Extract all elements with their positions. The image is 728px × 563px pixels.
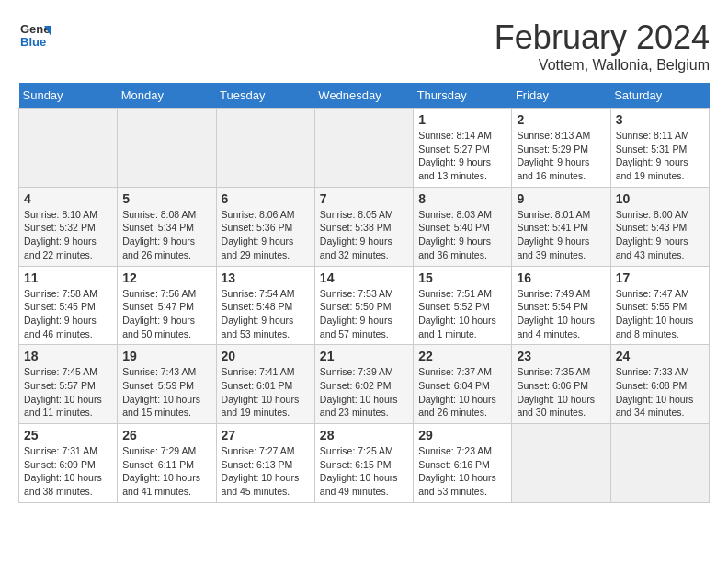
day-number: 7 — [320, 191, 408, 206]
calendar-cell — [216, 109, 314, 188]
calendar-cell: 18Sunrise: 7:45 AMSunset: 5:57 PMDayligh… — [19, 345, 118, 424]
day-info: Sunrise: 7:29 AMSunset: 6:11 PMDaylight:… — [122, 444, 210, 499]
day-number: 22 — [418, 349, 506, 363]
calendar-cell: 4Sunrise: 8:10 AMSunset: 5:32 PMDaylight… — [19, 187, 118, 266]
day-info: Sunrise: 8:11 AMSunset: 5:31 PMDaylight:… — [616, 129, 704, 183]
weekday-header-wednesday: Wednesday — [314, 83, 413, 109]
week-row-1: 1Sunrise: 8:14 AMSunset: 5:27 PMDaylight… — [19, 109, 710, 188]
logo: General Blue — [18, 18, 51, 52]
calendar-cell: 17Sunrise: 7:47 AMSunset: 5:55 PMDayligh… — [610, 266, 709, 345]
day-info: Sunrise: 7:56 AMSunset: 5:47 PMDaylight:… — [122, 287, 210, 341]
calendar-cell — [610, 424, 709, 503]
calendar-cell: 23Sunrise: 7:35 AMSunset: 6:06 PMDayligh… — [512, 345, 610, 424]
day-number: 27 — [222, 428, 310, 442]
calendar-cell: 16Sunrise: 7:49 AMSunset: 5:54 PMDayligh… — [512, 266, 610, 345]
day-info: Sunrise: 8:10 AMSunset: 5:32 PMDaylight:… — [24, 208, 112, 262]
day-info: Sunrise: 7:37 AMSunset: 6:04 PMDaylight:… — [418, 365, 506, 419]
calendar-cell: 21Sunrise: 7:39 AMSunset: 6:02 PMDayligh… — [314, 345, 413, 424]
weekday-header-row: SundayMondayTuesdayWednesdayThursdayFrid… — [19, 83, 710, 109]
calendar-cell: 20Sunrise: 7:41 AMSunset: 6:01 PMDayligh… — [216, 345, 314, 424]
day-number: 19 — [122, 349, 210, 363]
calendar-cell: 13Sunrise: 7:54 AMSunset: 5:48 PMDayligh… — [216, 266, 314, 345]
calendar-cell: 6Sunrise: 8:06 AMSunset: 5:36 PMDaylight… — [216, 187, 314, 266]
day-number: 15 — [418, 270, 506, 285]
day-number: 12 — [122, 270, 210, 285]
calendar-cell: 10Sunrise: 8:00 AMSunset: 5:43 PMDayligh… — [610, 187, 709, 266]
day-number: 14 — [320, 270, 408, 285]
calendar-cell — [19, 109, 118, 188]
calendar-table: SundayMondayTuesdayWednesdayThursdayFrid… — [18, 83, 710, 503]
logo-icon: General Blue — [18, 18, 51, 52]
weekday-header-saturday: Saturday — [610, 83, 709, 109]
day-info: Sunrise: 7:53 AMSunset: 5:50 PMDaylight:… — [320, 287, 408, 341]
weekday-header-sunday: Sunday — [19, 83, 118, 109]
calendar-cell: 15Sunrise: 7:51 AMSunset: 5:52 PMDayligh… — [414, 266, 512, 345]
calendar-cell: 24Sunrise: 7:33 AMSunset: 6:08 PMDayligh… — [610, 345, 709, 424]
day-info: Sunrise: 7:47 AMSunset: 5:55 PMDaylight:… — [616, 287, 704, 341]
day-info: Sunrise: 8:13 AMSunset: 5:29 PMDaylight:… — [517, 129, 605, 183]
calendar-cell: 26Sunrise: 7:29 AMSunset: 6:11 PMDayligh… — [118, 424, 216, 503]
calendar-cell: 2Sunrise: 8:13 AMSunset: 5:29 PMDaylight… — [512, 109, 610, 188]
weekday-header-thursday: Thursday — [414, 83, 512, 109]
day-info: Sunrise: 7:45 AMSunset: 5:57 PMDaylight:… — [24, 365, 112, 419]
day-info: Sunrise: 7:41 AMSunset: 6:01 PMDaylight:… — [222, 365, 310, 419]
calendar-cell: 3Sunrise: 8:11 AMSunset: 5:31 PMDaylight… — [610, 109, 709, 188]
calendar-cell: 5Sunrise: 8:08 AMSunset: 5:34 PMDaylight… — [118, 187, 216, 266]
svg-text:Blue: Blue — [20, 35, 46, 49]
day-number: 20 — [222, 349, 310, 363]
day-number: 1 — [418, 112, 506, 127]
calendar-cell: 27Sunrise: 7:27 AMSunset: 6:13 PMDayligh… — [216, 424, 314, 503]
day-info: Sunrise: 7:27 AMSunset: 6:13 PMDaylight:… — [222, 444, 310, 499]
weekday-header-monday: Monday — [118, 83, 216, 109]
calendar-cell — [512, 424, 610, 503]
day-number: 18 — [24, 349, 112, 363]
page-header: General Blue February 2024 Vottem, Wallo… — [18, 18, 710, 74]
day-info: Sunrise: 7:54 AMSunset: 5:48 PMDaylight:… — [222, 287, 310, 341]
day-number: 17 — [616, 270, 704, 285]
day-number: 11 — [24, 270, 112, 285]
day-number: 5 — [122, 191, 210, 206]
calendar-cell: 29Sunrise: 7:23 AMSunset: 6:16 PMDayligh… — [414, 424, 512, 503]
calendar-cell: 1Sunrise: 8:14 AMSunset: 5:27 PMDaylight… — [414, 109, 512, 188]
location-subtitle: Vottem, Wallonia, Belgium — [495, 57, 710, 74]
day-number: 6 — [222, 191, 310, 206]
day-number: 25 — [24, 428, 112, 442]
day-info: Sunrise: 8:05 AMSunset: 5:38 PMDaylight:… — [320, 208, 408, 262]
calendar-cell: 28Sunrise: 7:25 AMSunset: 6:15 PMDayligh… — [314, 424, 413, 503]
day-number: 4 — [24, 191, 112, 206]
day-number: 2 — [517, 112, 605, 127]
day-number: 26 — [122, 428, 210, 442]
calendar-cell: 12Sunrise: 7:56 AMSunset: 5:47 PMDayligh… — [118, 266, 216, 345]
calendar-cell: 8Sunrise: 8:03 AMSunset: 5:40 PMDaylight… — [414, 187, 512, 266]
weekday-header-friday: Friday — [512, 83, 610, 109]
title-area: February 2024 Vottem, Wallonia, Belgium — [495, 18, 710, 74]
weekday-header-tuesday: Tuesday — [216, 83, 314, 109]
day-info: Sunrise: 8:01 AMSunset: 5:41 PMDaylight:… — [517, 208, 605, 262]
calendar-cell: 22Sunrise: 7:37 AMSunset: 6:04 PMDayligh… — [414, 345, 512, 424]
day-info: Sunrise: 8:08 AMSunset: 5:34 PMDaylight:… — [122, 208, 210, 262]
week-row-2: 4Sunrise: 8:10 AMSunset: 5:32 PMDaylight… — [19, 187, 710, 266]
day-info: Sunrise: 7:31 AMSunset: 6:09 PMDaylight:… — [24, 444, 112, 499]
month-title: February 2024 — [495, 18, 710, 57]
calendar-cell: 7Sunrise: 8:05 AMSunset: 5:38 PMDaylight… — [314, 187, 413, 266]
day-info: Sunrise: 7:35 AMSunset: 6:06 PMDaylight:… — [517, 365, 605, 419]
day-info: Sunrise: 7:23 AMSunset: 6:16 PMDaylight:… — [418, 444, 506, 499]
calendar-cell: 19Sunrise: 7:43 AMSunset: 5:59 PMDayligh… — [118, 345, 216, 424]
day-number: 3 — [616, 112, 704, 127]
day-number: 10 — [616, 191, 704, 206]
calendar-cell: 9Sunrise: 8:01 AMSunset: 5:41 PMDaylight… — [512, 187, 610, 266]
day-info: Sunrise: 8:00 AMSunset: 5:43 PMDaylight:… — [616, 208, 704, 262]
day-info: Sunrise: 7:25 AMSunset: 6:15 PMDaylight:… — [320, 444, 408, 499]
day-info: Sunrise: 7:49 AMSunset: 5:54 PMDaylight:… — [517, 287, 605, 341]
calendar-cell — [314, 109, 413, 188]
day-number: 9 — [517, 191, 605, 206]
calendar-cell — [118, 109, 216, 188]
day-info: Sunrise: 7:58 AMSunset: 5:45 PMDaylight:… — [24, 287, 112, 341]
day-info: Sunrise: 8:14 AMSunset: 5:27 PMDaylight:… — [418, 129, 506, 183]
day-info: Sunrise: 7:39 AMSunset: 6:02 PMDaylight:… — [320, 365, 408, 419]
day-info: Sunrise: 7:43 AMSunset: 5:59 PMDaylight:… — [122, 365, 210, 419]
day-number: 8 — [418, 191, 506, 206]
day-number: 23 — [517, 349, 605, 363]
week-row-3: 11Sunrise: 7:58 AMSunset: 5:45 PMDayligh… — [19, 266, 710, 345]
day-number: 24 — [616, 349, 704, 363]
